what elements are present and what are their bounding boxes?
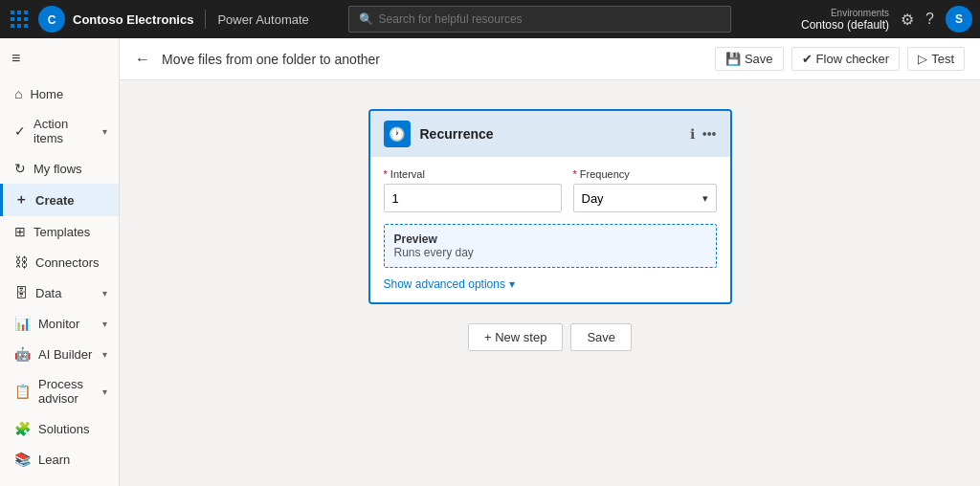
topbar-right: Environments Contoso (default) ⚙ ? S [801,6,972,33]
app-name: Power Automate [217,12,308,27]
save-button[interactable]: 💾 Save [715,47,784,71]
search-input[interactable] [379,12,721,26]
main-layout: ≡ ⌂ Home ✓ Action items ▾ ↻ My flows ＋ C… [0,38,980,486]
frequency-select[interactable]: Day Minute Hour Week Month [574,191,716,206]
settings-icon[interactable]: ⚙ [901,11,914,29]
sidebar-item-templates[interactable]: ⊞ Templates [0,216,119,247]
sidebar-label-monitor: Monitor [38,317,79,331]
frequency-select-wrapper[interactable]: Day Minute Hour Week Month ▾ [573,184,717,212]
save-label: Save [745,52,773,66]
sidebar-label-learn: Learn [38,453,70,467]
canvas-actions: + New step Save [468,323,632,351]
show-advanced-label: Show advanced options [384,277,505,291]
templates-icon: ⊞ [14,224,26,239]
chevron-down-icon: ▾ [102,126,107,137]
topbar-divider [205,10,206,29]
canvas-save-button[interactable]: Save [570,323,632,351]
preview-box: Preview Runs every day [384,224,717,268]
svg-rect-7 [17,24,21,28]
contoso-icon: C [38,6,65,33]
show-advanced-button[interactable]: Show advanced options ▾ [384,277,717,291]
sidebar-item-connectors[interactable]: ⛓ Connectors [0,247,119,277]
connectors-icon: ⛓ [14,254,28,270]
svg-rect-0 [11,11,14,14]
svg-rect-5 [24,17,28,21]
svg-rect-4 [17,17,21,21]
sidebar-item-solutions[interactable]: 🧩 Solutions [0,413,119,444]
test-label: Test [931,52,954,66]
test-button[interactable]: ▷ Test [907,47,965,71]
hamburger-menu[interactable]: ≡ [0,38,119,78]
sub-topbar: ← Move files from one folder to another … [120,38,980,80]
search-icon: 🔍 [359,12,373,26]
action-items-icon: ✓ [14,123,26,139]
chevron-down-icon: ▾ [102,288,107,298]
info-icon[interactable]: ℹ [690,126,695,142]
svg-rect-1 [17,11,21,14]
env-name: Contoso (default) [801,18,889,32]
card-title: Recurrence [420,126,680,142]
sidebar-label-connectors: Connectors [35,255,99,270]
sidebar-item-home[interactable]: ⌂ Home [0,78,119,109]
interval-field: Interval [384,168,562,212]
create-icon: ＋ [14,191,28,209]
flow-title: Move files from one folder to another [162,52,380,67]
home-icon: ⌂ [14,86,22,101]
back-button[interactable]: ← [135,51,150,68]
content-area: ← Move files from one folder to another … [120,38,980,486]
sidebar-item-create[interactable]: ＋ Create [0,184,119,216]
interval-frequency-row: Interval Frequency Day Minute Hour Week [384,168,717,212]
sidebar-label-action-items: Action items [33,117,95,145]
user-avatar[interactable]: S [946,6,972,33]
test-icon: ▷ [918,52,927,66]
solutions-icon: 🧩 [14,421,31,436]
new-step-button[interactable]: + New step [468,323,563,351]
flow-checker-button[interactable]: ✔ Flow checker [791,47,901,71]
recurrence-card: 🕐 Recurrence ℹ ••• Interval Fre [368,109,732,304]
sidebar-item-process-advisor[interactable]: 📋 Process advisor ▾ [0,369,119,413]
sidebar-label-home: Home [30,87,63,101]
company-name: Contoso Electronics [73,12,193,27]
sidebar-label-solutions: Solutions [38,422,89,436]
sidebar-label-process-advisor: Process advisor [38,377,95,406]
topbar: C Contoso Electronics Power Automate 🔍 E… [0,0,980,38]
help-icon[interactable]: ? [925,11,934,28]
interval-input[interactable] [384,184,562,212]
learn-icon: 📚 [14,452,31,467]
frequency-label: Frequency [573,168,717,180]
sidebar-item-learn[interactable]: 📚 Learn [0,444,119,475]
svg-rect-3 [11,17,14,21]
process-advisor-icon: 📋 [14,384,31,399]
card-header-actions: ℹ ••• [690,126,717,142]
data-icon: 🗄 [14,285,28,300]
chevron-down-icon: ▾ [102,387,107,397]
flow-checker-label: Flow checker [816,52,890,66]
sidebar-label-templates: Templates [33,225,90,239]
svg-rect-8 [24,24,28,28]
sub-topbar-actions: 💾 Save ✔ Flow checker ▷ Test [715,47,965,71]
waffle-icon[interactable] [8,8,31,31]
more-options-icon[interactable]: ••• [702,126,717,142]
sidebar-label-my-flows: My flows [33,162,82,176]
sidebar-label-create: Create [35,193,74,208]
app-logo: C Contoso Electronics Power Automate [8,6,309,33]
card-header: 🕐 Recurrence ℹ ••• [370,111,730,157]
my-flows-icon: ↻ [14,161,26,176]
interval-label: Interval [384,168,562,180]
recurrence-icon: 🕐 [384,121,411,147]
sidebar-label-data: Data [35,286,61,300]
sidebar-item-monitor[interactable]: 📊 Monitor ▾ [0,308,119,339]
sidebar-item-my-flows[interactable]: ↻ My flows [0,153,119,184]
monitor-icon: 📊 [14,316,31,331]
sidebar-item-action-items[interactable]: ✓ Action items ▾ [0,109,119,153]
chevron-down-icon: ▾ [102,319,107,329]
sidebar-item-ai-builder[interactable]: 🤖 AI Builder ▾ [0,339,119,369]
search-bar[interactable]: 🔍 [348,6,731,33]
card-body: Interval Frequency Day Minute Hour Week [370,157,730,302]
preview-text: Runs every day [394,246,706,259]
chevron-down-icon: ▾ [102,349,107,360]
flow-checker-icon: ✔ [802,52,813,66]
sidebar-label-ai-builder: AI Builder [38,347,92,362]
sidebar-item-data[interactable]: 🗄 Data ▾ [0,277,119,308]
env-label: Environments [831,8,889,18]
